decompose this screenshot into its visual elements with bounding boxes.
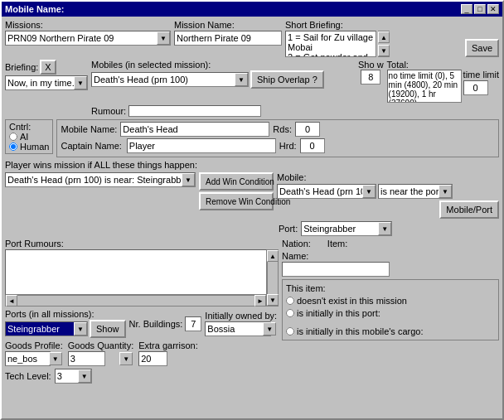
save-button[interactable]: Save [465, 39, 499, 57]
ports-controls: ▼ Show [5, 320, 126, 338]
pr-scroll-down[interactable]: ▼ [267, 294, 279, 306]
add-win-condition-button[interactable]: Add Win Condition [199, 172, 274, 191]
rumour-input[interactable] [128, 105, 261, 117]
captain-name-input[interactable] [127, 138, 276, 153]
is-near-input[interactable] [378, 184, 453, 199]
human-radio[interactable] [9, 142, 17, 151]
port-row: Port: ▼ [279, 221, 499, 236]
window-title: Mobile Name: [5, 4, 65, 14]
briefing-input[interactable] [5, 75, 88, 90]
mobile-near-row: ▼ ▼ [277, 184, 499, 199]
goods-quantity-arrow[interactable]: ▼ [119, 352, 133, 365]
tech-level-select-wrapper: ▼ [55, 369, 92, 384]
player-wins-label: Player wins mission if ALL these things … [5, 160, 197, 170]
missions-select-wrapper: ▼ [5, 31, 171, 46]
missions-input[interactable] [5, 31, 171, 46]
ports-input[interactable] [5, 321, 88, 336]
goods-quantity-group: Goods Quantity: ▼ [68, 340, 134, 366]
pr-scroll-up[interactable]: ▲ [267, 250, 279, 262]
in-port-radio-item: is initially in this port: [286, 308, 495, 318]
rds-label: Rds: [273, 124, 292, 134]
port-select-wrapper: ▼ [301, 221, 392, 236]
nr-buildings-input[interactable] [185, 316, 201, 331]
left-panel: Port Rumours: ◄ ► ▲ [5, 239, 279, 415]
goods-quantity-input[interactable] [68, 351, 105, 366]
short-briefing-scrollbar[interactable]: ▲ ▼ [378, 31, 390, 57]
goods-profile-arrow[interactable]: ▼ [49, 352, 62, 365]
name-input[interactable] [282, 262, 390, 277]
show-button[interactable]: Show [90, 320, 126, 338]
item-label: Item: [327, 239, 347, 249]
nation-item-row: Nation: Item: [282, 239, 499, 249]
mobile-label: Mobile: [277, 172, 499, 182]
name-group: Name: [282, 251, 499, 277]
scroll-left-arrow[interactable]: ◄ [6, 295, 17, 307]
sho-input[interactable] [361, 70, 380, 84]
maximize-button[interactable]: □ [474, 4, 486, 14]
initially-owned-label: Initially owned by: [205, 311, 277, 321]
mobile-near-select-wrapper: ▼ [277, 184, 376, 199]
doesnt-exist-label: doesn't exist in this mission [297, 296, 407, 306]
goods-profile-select-wrapper: ▼ [5, 351, 63, 366]
initially-owned-group: Initially owned by: ▼ [205, 311, 277, 336]
port-input[interactable] [301, 221, 392, 236]
spacer [286, 321, 495, 324]
goods-profile-group: Goods Profile: ▼ [5, 340, 63, 366]
port-rumours-vscroll[interactable]: ▲ ▼ [267, 249, 279, 307]
human-label: Human [20, 142, 49, 152]
mobile-name-label: Mobile Name: [61, 124, 117, 134]
show-total-group: Sho w Total: no time limit (0), 5 min (4… [358, 60, 499, 103]
rumour-row: Rumour: [91, 105, 499, 117]
short-briefing-textarea[interactable] [285, 31, 376, 57]
briefing-header: Briefing: X [5, 60, 88, 75]
hrd-input[interactable] [300, 138, 325, 153]
mission-name-input[interactable] [174, 31, 282, 46]
goods-profile-input[interactable] [5, 351, 51, 366]
initially-owned-input[interactable] [205, 321, 271, 336]
mobile-port-button[interactable]: Mobile/Port [439, 200, 499, 219]
tech-level-input[interactable] [55, 369, 92, 384]
time-limit-input[interactable] [463, 80, 488, 95]
this-item-group: This item: doesn't exist in this mission… [282, 279, 499, 340]
nr-buildings-group: Nr. Buildings: [129, 316, 202, 331]
scroll-up-arrow[interactable]: ▲ [378, 31, 390, 43]
mobiles-input[interactable] [91, 72, 249, 87]
briefing-label: Briefing: [5, 62, 38, 72]
mobile-name-group: Mobile Name: Rds: Captain Name: Hrd: [56, 119, 499, 157]
in-cargo-radio[interactable] [286, 327, 294, 336]
row-win-condition: ▼ Add Win Condition Remove Win Condition… [5, 172, 499, 219]
rds-input[interactable] [295, 122, 320, 137]
in-port-radio[interactable] [286, 309, 294, 317]
tech-level-label: Tech Level: [5, 371, 51, 381]
win-condition-input[interactable] [5, 172, 196, 187]
briefing-group: Briefing: X ▼ [5, 60, 88, 90]
x-button[interactable]: X [40, 60, 56, 75]
scroll-right-arrow[interactable]: ► [254, 295, 266, 307]
total-label: Total: [387, 60, 499, 70]
ports-group: Ports (in all missions): ▼ Show [5, 309, 126, 338]
port-rumours-hscroll[interactable]: ◄ ► [5, 295, 267, 307]
port-rumours-textarea[interactable] [5, 249, 267, 295]
remove-win-condition-button[interactable]: Remove Win Condition [199, 192, 274, 210]
ports-label: Ports (in all missions): [5, 309, 126, 319]
port-rumours-area: ◄ ► ▲ ▼ [5, 249, 279, 307]
mobile-near-input[interactable] [277, 184, 376, 199]
mobile-name-input[interactable] [120, 122, 269, 137]
scroll-down-arrow[interactable]: ▼ [378, 45, 390, 56]
in-cargo-label: is initially in this mobile's cargo: [297, 326, 424, 336]
ship-overlap-button[interactable]: Ship Overlap ? [250, 70, 324, 89]
missions-group: Missions: ▼ [5, 20, 171, 46]
main-content: Missions: ▼ Mission Name: Short Briefing… [2, 17, 502, 418]
close-button[interactable]: ✕ [487, 4, 499, 14]
minimize-button[interactable]: _ [461, 4, 472, 14]
extra-garrison-group: Extra garrison: [138, 340, 198, 366]
captain-name-label: Captain Name: [61, 141, 121, 151]
extra-garrison-label: Extra garrison: [138, 340, 198, 350]
doesnt-exist-radio[interactable] [286, 297, 294, 305]
row-missions: Missions: ▼ Mission Name: Short Briefing… [5, 20, 499, 57]
row-player-wins: Player wins mission if ALL these things … [5, 160, 499, 170]
ai-radio[interactable] [9, 133, 17, 141]
doesnt-exist-radio-item: doesn't exist in this mission [286, 296, 495, 306]
goods-quantity-label: Goods Quantity: [68, 340, 134, 350]
extra-garrison-input[interactable] [138, 351, 167, 366]
